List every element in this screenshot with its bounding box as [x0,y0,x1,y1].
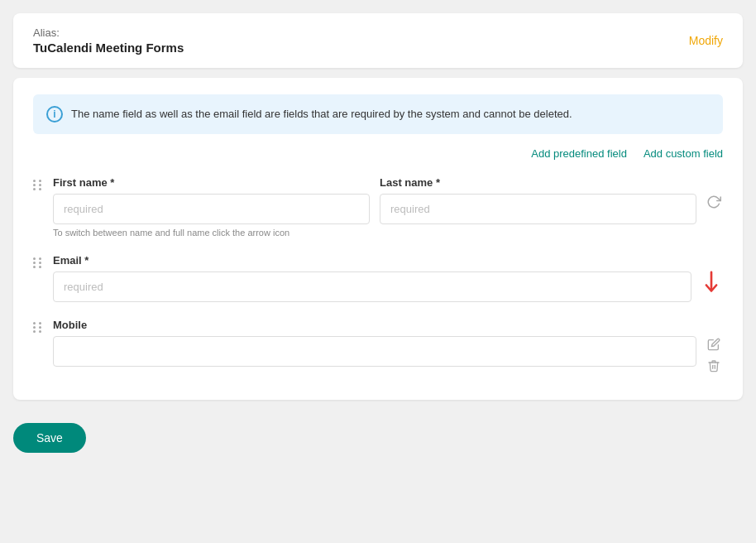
save-button[interactable]: Save [13,423,86,453]
email-input[interactable] [53,272,691,302]
name-field-row: First name * Last name * To switch betwe… [33,176,723,238]
email-field-actions [691,254,723,294]
first-name-input[interactable] [53,194,370,224]
email-drag-handle[interactable] [33,254,53,268]
mobile-field-row: Mobile [33,319,723,375]
alias-label: Alias: [33,26,184,39]
alias-card: Alias: TuCalendi Meeting Forms Modify [13,13,743,68]
email-field-content: Email * [53,254,691,302]
info-banner: i The name field as well as the email fi… [33,94,723,134]
mobile-input[interactable] [53,336,696,367]
email-label: Email * [53,254,691,267]
alias-info: Alias: TuCalendi Meeting Forms [33,26,184,55]
mobile-drag-handle[interactable] [33,319,53,333]
info-icon: i [46,106,63,123]
mobile-label: Mobile [53,319,696,331]
last-name-wrapper: Last name * [380,176,696,224]
page-wrapper: Alias: TuCalendi Meeting Forms Modify i … [13,13,743,459]
footer: Save [13,410,743,459]
first-name-label: First name * [53,176,370,189]
main-card: i The name field as well as the email fi… [13,78,743,400]
rotate-icon[interactable] [705,193,723,211]
email-field-row: Email * [33,254,723,302]
add-custom-field-link[interactable]: Add custom field [644,147,723,160]
name-fields-group: First name * Last name * [53,176,696,224]
mobile-field-actions [696,319,723,375]
add-predefined-field-link[interactable]: Add predefined field [531,147,627,160]
down-arrow-icon[interactable] [700,271,723,294]
name-field-content: First name * Last name * To switch betwe… [53,176,696,238]
alias-name: TuCalendi Meeting Forms [33,41,184,55]
fields-container: First name * Last name * To switch betwe… [33,176,723,375]
last-name-label: Last name * [380,176,696,189]
mobile-field-content: Mobile [53,319,696,367]
pencil-icon[interactable] [705,335,723,353]
switch-hint: To switch between name and full name cli… [53,228,696,238]
action-links: Add predefined field Add custom field [33,147,723,160]
last-name-input[interactable] [380,194,696,224]
first-name-wrapper: First name * [53,176,370,224]
name-field-actions [696,176,723,211]
name-drag-handle[interactable] [33,176,53,190]
trash-icon[interactable] [705,357,723,375]
modify-link[interactable]: Modify [689,34,723,47]
info-text: The name field as well as the email fiel… [71,106,572,123]
